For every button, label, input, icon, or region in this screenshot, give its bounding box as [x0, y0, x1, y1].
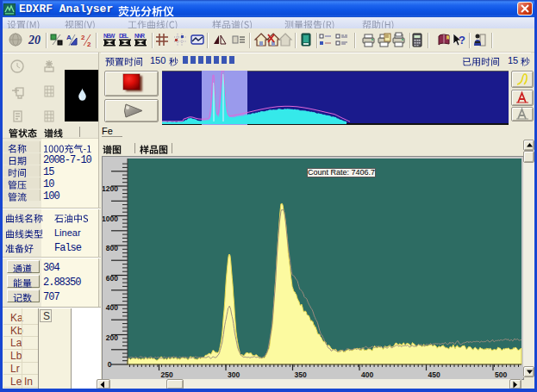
svg-text:400: 400	[106, 303, 118, 312]
svg-text:600: 600	[106, 274, 118, 283]
svg-text:300: 300	[228, 370, 240, 379]
svg-text:800: 800	[106, 244, 118, 252]
svg-text:350: 350	[295, 370, 307, 379]
svg-text:250: 250	[161, 370, 173, 379]
svg-text:A: A	[66, 34, 72, 41]
svg-text:20: 20	[28, 34, 41, 47]
svg-text:500: 500	[495, 370, 507, 379]
svg-text:2: 2	[87, 40, 91, 48]
svg-text:0: 0	[108, 360, 112, 369]
svg-text:450: 450	[428, 370, 440, 379]
svg-text:2: 2	[81, 34, 85, 41]
svg-text:1000: 1000	[103, 215, 118, 223]
svg-text:1200: 1200	[103, 184, 118, 193]
svg-text:NEW: NEW	[103, 33, 116, 39]
svg-text:NNR: NNR	[134, 33, 145, 39]
svg-text:400: 400	[361, 370, 373, 379]
svg-text:?: ?	[459, 34, 465, 47]
svg-text:DEL: DEL	[119, 33, 129, 39]
svg-text:200: 200	[106, 333, 118, 342]
